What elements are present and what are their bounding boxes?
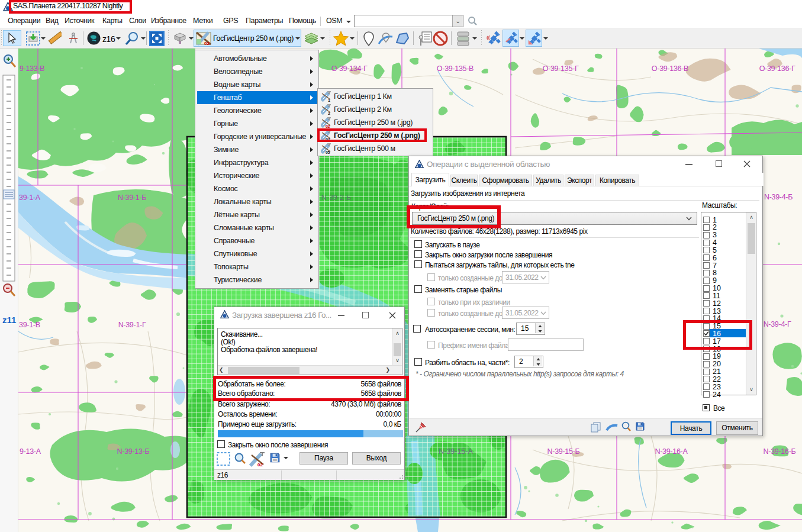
svg-text:О-39-134-Г: О-39-134-Г bbox=[331, 65, 368, 73]
svg-text:9-13-А: 9-13-А bbox=[20, 447, 41, 456]
svg-text:О-39-135-Г: О-39-135-Г bbox=[543, 65, 579, 73]
svg-text:N-39-13-Б: N-39-13-Б bbox=[117, 447, 150, 456]
svg-text:О-39-135-В: О-39-135-В bbox=[437, 65, 474, 73]
svg-text:N-39-4-Г: N-39-4-Г bbox=[764, 320, 791, 328]
svg-text:О-39-136-В: О-39-136-В bbox=[652, 65, 688, 73]
svg-text:05: 05 bbox=[326, 150, 330, 154]
svg-text:N-39-1-Б: N-39-1-Б bbox=[118, 194, 146, 202]
svg-text:N-39-15-А: N-39-15-А bbox=[439, 447, 473, 456]
svg-text:39-1-А: 39-1-А bbox=[19, 194, 41, 202]
svg-text:2: 2 bbox=[328, 111, 330, 115]
svg-text:О-39-136-Г: О-39-136-Г bbox=[759, 65, 795, 73]
svg-text:9-133-В: 9-133-В bbox=[20, 65, 44, 73]
svg-text:1: 1 bbox=[328, 98, 330, 102]
svg-text:z11: z11 bbox=[2, 315, 16, 325]
svg-text:02: 02 bbox=[257, 462, 263, 467]
svg-text:N-39-16-Б: N-39-16-Б bbox=[764, 447, 796, 456]
svg-text:39-1-В: 39-1-В bbox=[19, 321, 40, 329]
svg-text:N-39-2-Б: N-39-2-Б bbox=[321, 194, 352, 202]
svg-text:02: 02 bbox=[326, 124, 330, 128]
svg-text:N-39-16-А: N-39-16-А bbox=[655, 447, 688, 456]
svg-text:N-39-1-Г: N-39-1-Г bbox=[118, 321, 146, 329]
svg-text:N-39-4-Б: N-39-4-Б bbox=[764, 193, 793, 201]
svg-text:N-39-15-Б: N-39-15-Б bbox=[547, 447, 580, 456]
svg-text:02: 02 bbox=[204, 41, 210, 46]
